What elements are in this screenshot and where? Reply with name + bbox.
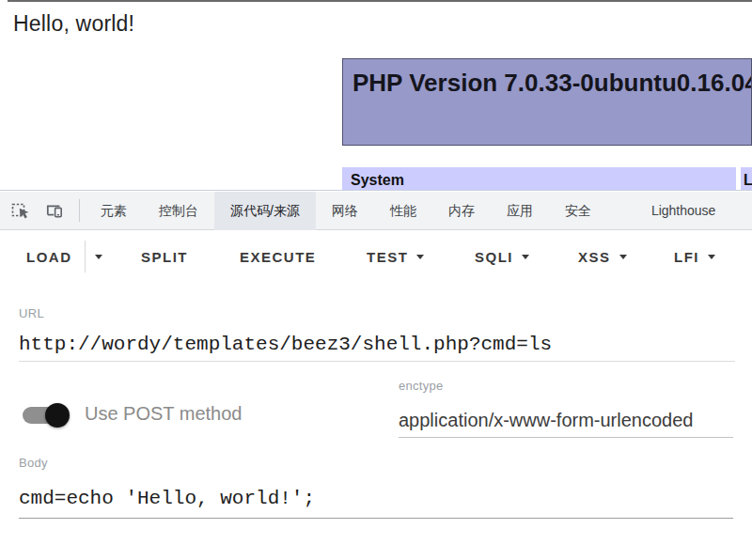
xss-button-label: XSS	[578, 249, 611, 265]
page-hello-text: Hello, world!	[13, 11, 134, 37]
tab-performance[interactable]: 性能	[374, 192, 432, 230]
devtools-tab-bar: 元素 控制台 源代码/来源 网络 性能 内存 应用 安全 Lighthouse	[0, 192, 752, 230]
use-post-toggle[interactable]	[23, 403, 71, 428]
enctype-input[interactable]	[399, 404, 733, 438]
body-input[interactable]	[19, 479, 733, 519]
chevron-down-icon	[416, 255, 424, 259]
lfi-menu-button[interactable]: LFI	[674, 240, 715, 273]
url-field-label: URL	[19, 306, 44, 320]
execute-button[interactable]: EXECUTE	[240, 240, 316, 273]
phpinfo-system-label-cell: System	[342, 167, 736, 190]
url-input[interactable]	[19, 328, 735, 362]
toggle-knob	[45, 403, 70, 428]
toolbar-separator	[79, 199, 80, 222]
phpinfo-header-box: PHP Version 7.0.33-0ubuntu0.16.04	[342, 58, 752, 146]
tab-console[interactable]: 控制台	[143, 192, 214, 230]
sqli-button-label: SQLI	[475, 249, 513, 265]
screenshot-root: Hello, world! PHP Version 7.0.33-0ubuntu…	[0, 0, 752, 560]
phpinfo-system-value-cell: Li	[741, 167, 752, 190]
chevron-down-icon	[95, 255, 102, 259]
test-menu-button[interactable]: TEST	[367, 240, 424, 273]
load-button[interactable]: LOAD	[19, 249, 85, 265]
tab-memory[interactable]: 内存	[432, 192, 491, 230]
chevron-down-icon	[522, 255, 529, 259]
tab-elements[interactable]: 元素	[85, 192, 143, 230]
enctype-field-label: enctype	[399, 379, 444, 393]
tab-lighthouse[interactable]: Lighthouse	[635, 192, 732, 230]
tab-sources[interactable]: 源代码/来源	[214, 192, 316, 230]
page-top-border	[8, 0, 752, 2]
phpinfo-title: PHP Version 7.0.33-0ubuntu0.16.04	[352, 69, 751, 98]
use-post-toggle-label: Use POST method	[85, 403, 242, 425]
tab-network[interactable]: 网络	[316, 192, 374, 230]
split-button[interactable]: SPLIT	[141, 240, 188, 273]
phpinfo-system-row: System Li	[342, 167, 752, 190]
inspect-element-icon[interactable]	[10, 200, 31, 221]
tab-security[interactable]: 安全	[549, 192, 607, 230]
test-button-label: TEST	[367, 249, 408, 265]
lfi-button-label: LFI	[674, 249, 699, 265]
load-dropdown-button[interactable]	[86, 240, 112, 273]
sqli-menu-button[interactable]: SQLI	[475, 240, 529, 273]
chevron-down-icon	[619, 255, 627, 259]
chevron-down-icon	[708, 255, 715, 259]
tab-application[interactable]: 应用	[491, 192, 549, 230]
device-toolbar-icon[interactable]	[44, 200, 65, 221]
body-field-label: Body	[19, 456, 48, 470]
split-button-label: SPLIT	[141, 249, 188, 265]
execute-button-label: EXECUTE	[240, 249, 316, 265]
xss-menu-button[interactable]: XSS	[578, 240, 627, 273]
load-button-group: LOAD	[19, 240, 112, 273]
